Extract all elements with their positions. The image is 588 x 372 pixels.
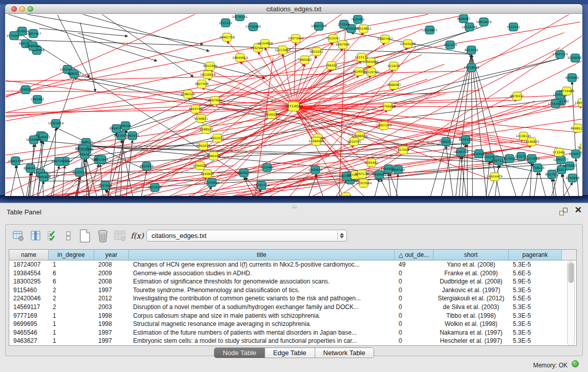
row-height-icon[interactable]: [62, 229, 75, 243]
import-table-disabled-icon: [114, 229, 127, 243]
table-settings-icon[interactable]: [12, 229, 25, 243]
graph-edge[interactable]: [39, 29, 128, 36]
graph-node-label: 7625402: [577, 146, 582, 149]
dropdown-arrows-icon: [337, 231, 346, 240]
table-scrollbar[interactable]: [567, 261, 575, 346]
graph-edge[interactable]: [563, 174, 563, 196]
cell-in_degree: 1: [49, 337, 94, 345]
graph-edge[interactable]: [375, 179, 379, 196]
panel-resize-grip[interactable]: [292, 205, 297, 208]
graph-edge[interactable]: [534, 172, 538, 196]
table-row[interactable]: 977716911998Corpus callosum shape and si…: [9, 312, 576, 320]
graph-node-label: 9821022: [310, 50, 323, 53]
graph-node-label: 1810755: [347, 140, 361, 143]
show-columns-icon[interactable]: [29, 229, 42, 243]
cell-year: 1997: [94, 337, 129, 345]
table-row[interactable]: 1872400712008Changes of HCN gene express…: [9, 260, 576, 269]
cell-out_degree: 0: [395, 277, 433, 286]
column-header-pagerank[interactable]: pagerank: [509, 250, 562, 260]
graph-edge[interactable]: [6, 14, 201, 103]
graph-node-label: 8813054: [465, 48, 478, 52]
window-shadow: [0, 195, 588, 203]
graph-node-label: 7522541: [507, 25, 520, 29]
tab-edge-table[interactable]: Edge Table: [265, 348, 315, 358]
graph-edge[interactable]: [294, 48, 408, 106]
cell-short: Hescheler et al. (1997): [433, 337, 509, 345]
table-selector-dropdown[interactable]: citations_edges.txt: [146, 230, 347, 242]
cell-name: 9699695: [9, 320, 49, 329]
tab-node-table[interactable]: Node Table: [214, 348, 265, 358]
graph-edge[interactable]: [6, 14, 157, 61]
graph-edge[interactable]: [92, 33, 564, 196]
float-panel-icon[interactable]: [559, 208, 568, 215]
graph-edge[interactable]: [294, 106, 578, 133]
graph-edge[interactable]: [396, 174, 398, 196]
graph-edge[interactable]: [430, 55, 472, 196]
cell-pagerank: 5.3E-5: [509, 329, 562, 337]
graph-node-label: 1615132: [355, 55, 368, 59]
column-header-out_de[interactable]: △ out_de...: [395, 250, 433, 260]
cell-in_degree: 6: [49, 277, 94, 286]
tab-network-table[interactable]: Network Table: [315, 348, 374, 358]
graph-edge[interactable]: [15, 166, 24, 196]
table-row[interactable]: 911546021997Tourette syndrome. Phenomeno…: [9, 286, 576, 295]
table-row[interactable]: 2242004622012Investigating the contribut…: [9, 294, 576, 303]
column-header-name[interactable]: name: [9, 250, 49, 260]
graph-edge[interactable]: [388, 173, 391, 196]
graph-node-label: 19046798: [453, 150, 469, 154]
cell-out_degree: 0: [395, 320, 433, 329]
graph-edge[interactable]: [563, 183, 573, 196]
cell-title: Structural magnetic resonance image aver…: [129, 320, 395, 329]
memory-ok-indicator[interactable]: [572, 360, 579, 367]
graph-node-label: 16154808: [257, 41, 273, 45]
cell-title: Changes of HCN gene expression and I(f) …: [129, 260, 395, 269]
table-row[interactable]: 1456911722003Disruption of a novel membe…: [9, 303, 576, 312]
window-title: citations_edges.txt: [5, 5, 582, 13]
graph-edge[interactable]: [258, 52, 294, 107]
graph-edge[interactable]: [381, 179, 390, 196]
graph-node-label: 8267130: [355, 172, 369, 176]
graph-node-label: 20206535: [568, 56, 582, 59]
graph-edge[interactable]: [225, 95, 567, 196]
cell-short: Jankovic et al. (1997): [433, 286, 509, 295]
cell-out_degree: 0: [395, 294, 433, 303]
graph-node-label: 1362615: [125, 134, 139, 137]
graph-node-label: 19166825: [524, 140, 539, 143]
graph-edge[interactable]: [41, 140, 43, 196]
close-panel-icon[interactable]: ✕: [575, 206, 582, 215]
graph-edge[interactable]: [95, 14, 193, 77]
graph-edge[interactable]: [294, 95, 567, 106]
graph-edge[interactable]: [539, 172, 546, 196]
table-row[interactable]: 946554611997Estimation of the future num…: [9, 329, 576, 337]
cell-short: Nakamura et al. (1997): [433, 329, 509, 337]
select-rows-icon[interactable]: [46, 229, 59, 243]
table-row[interactable]: 1830029562008Estimation of significance …: [9, 277, 576, 286]
column-header-year[interactable]: year: [94, 250, 129, 260]
cell-title: Estimation of the future numbers of pati…: [129, 329, 395, 337]
table-row[interactable]: 946362711997Embryonic stem cells: a mode…: [9, 337, 576, 345]
table-row[interactable]: 969969511998Structural magnetic resonanc…: [9, 320, 576, 329]
table-row[interactable]: 1938455462009Genome-wide association stu…: [9, 269, 576, 278]
graph-edge[interactable]: [294, 100, 517, 106]
delete-table-icon[interactable]: [96, 229, 110, 243]
graph-node-label: 12353584: [356, 181, 372, 185]
column-header-title[interactable]: title: [129, 250, 395, 260]
graph-edge[interactable]: [294, 106, 559, 157]
graph-node-label: 17334I6: [553, 150, 565, 154]
graph-edge[interactable]: [10, 166, 17, 196]
column-header-in_degree[interactable]: in_degree: [49, 250, 94, 260]
graph-node-label: 6216O1: [387, 64, 400, 68]
cell-name: 19384554: [9, 269, 49, 278]
new-table-icon[interactable]: [78, 229, 92, 243]
graph-node-label: 16154808: [26, 138, 42, 141]
cell-name: 22420046: [9, 294, 49, 303]
graph-edge[interactable]: [294, 106, 582, 107]
column-header-short[interactable]: short: [433, 250, 509, 260]
table-panel-header: Table Panel ✕: [0, 203, 588, 224]
table-scrollbar-thumb[interactable]: [568, 262, 574, 283]
network-graph-canvas[interactable]: 1603380988130541921859678572248912955182…: [6, 14, 582, 196]
network-window-titlebar[interactable]: citations_edges.txt: [5, 4, 582, 14]
cell-pagerank: 5.3E-5: [509, 337, 562, 345]
graph-node-label: 10973403: [288, 36, 304, 40]
function-builder-icon[interactable]: f(x): [130, 229, 144, 243]
